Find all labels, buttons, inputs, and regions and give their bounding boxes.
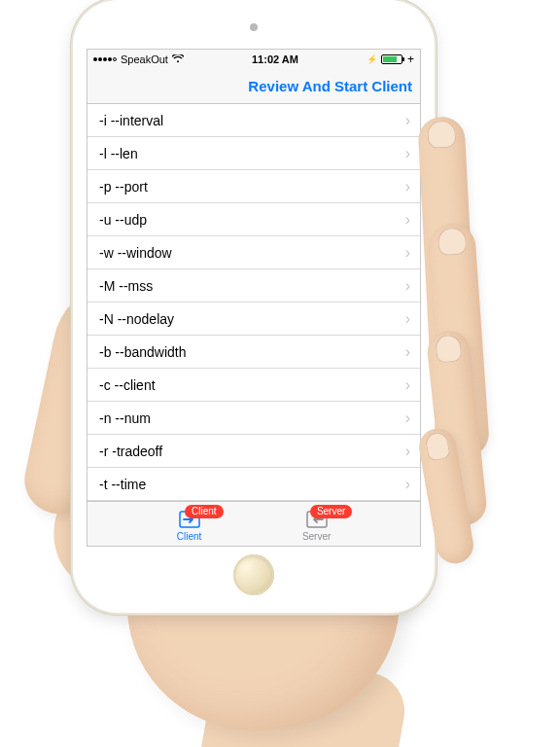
option-row[interactable]: -t --time› [88, 468, 420, 501]
chevron-right-icon: › [405, 278, 410, 294]
chevron-right-icon: › [405, 377, 410, 393]
wifi-icon [172, 54, 184, 65]
option-row[interactable]: -N --nodelay› [88, 302, 420, 336]
chevron-right-icon: › [405, 179, 410, 195]
hand-finger-ring [426, 329, 489, 527]
chevron-right-icon: › [405, 146, 410, 161]
option-row[interactable]: -w --window› [88, 236, 420, 269]
hand-wrist [192, 646, 411, 747]
clock-label: 11:02 AM [184, 53, 367, 65]
option-row[interactable]: -p --port› [88, 170, 420, 203]
option-label: -i --interval [99, 113, 163, 128]
tab-client-label: Client [177, 531, 202, 542]
signal-strength-icon [93, 57, 117, 61]
option-label: -p --port [99, 179, 148, 195]
device-frame: SpeakOut 11:02 AM ⚡ + Review And Start C… [73, 0, 435, 613]
chevron-right-icon: › [405, 344, 410, 360]
chevron-right-icon: › [405, 113, 410, 128]
tab-server-badge: Server [310, 505, 352, 518]
screen: SpeakOut 11:02 AM ⚡ + Review And Start C… [87, 49, 421, 547]
tab-bar: Client Client Server Server [88, 501, 420, 546]
option-label: -n --num [99, 410, 151, 426]
option-label: -b --bandwidth [99, 344, 187, 360]
option-label: -M --mss [99, 278, 153, 294]
option-row[interactable]: -r -tradeoff› [88, 435, 420, 468]
review-start-client-button[interactable]: Review And Start Client [248, 78, 412, 94]
option-row[interactable]: -b --bandwidth› [88, 336, 420, 369]
chevron-right-icon: › [405, 477, 410, 492]
battery-icon [381, 54, 402, 64]
carrier-label: SpeakOut [121, 53, 168, 65]
option-row[interactable]: -i --interval› [88, 104, 420, 137]
status-bar: SpeakOut 11:02 AM ⚡ + [88, 50, 420, 69]
chevron-right-icon: › [405, 444, 410, 459]
option-row[interactable]: -l --len› [88, 137, 420, 170]
option-row[interactable]: -n --num› [88, 402, 420, 435]
option-row[interactable]: -M --mss› [88, 269, 420, 302]
option-label: -t --time [99, 477, 146, 492]
tab-server-label: Server [302, 531, 331, 542]
chevron-right-icon: › [405, 410, 410, 426]
option-list[interactable]: -i --interval›-l --len›-p --port›-u --ud… [88, 104, 420, 501]
chevron-right-icon: › [405, 311, 410, 327]
charging-icon: ⚡ [367, 54, 377, 64]
chevron-right-icon: › [405, 212, 410, 228]
status-plus-icon: + [407, 53, 414, 66]
option-label: -w --window [99, 245, 172, 261]
tab-client[interactable]: Client Client [177, 509, 202, 542]
option-label: -c --client [99, 377, 156, 393]
option-row[interactable]: -c --client› [88, 369, 420, 402]
option-label: -N --nodelay [99, 311, 174, 327]
chevron-right-icon: › [405, 245, 410, 261]
device-camera [250, 23, 258, 31]
option-label: -u --udp [99, 212, 147, 228]
option-label: -r -tradeoff [99, 444, 162, 459]
nav-bar: Review And Start Client [88, 69, 420, 104]
option-row[interactable]: -u --udp› [88, 203, 420, 236]
home-button[interactable] [233, 554, 274, 595]
tab-client-badge: Client [185, 505, 224, 518]
tab-server[interactable]: Server Server [302, 509, 331, 542]
option-label: -l --len [99, 146, 138, 161]
hand-finger-middle [428, 223, 491, 459]
